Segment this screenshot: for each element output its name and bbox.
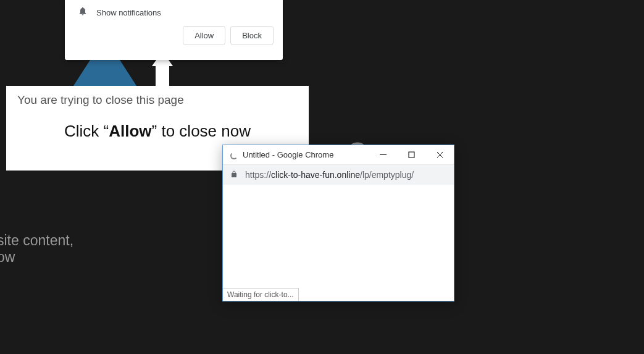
close-button[interactable] [425,145,454,165]
maximize-button[interactable] [397,145,425,165]
lock-icon [230,169,238,180]
svg-rect-0 [380,154,387,155]
popup-chrome-window: Untitled - Google Chrome https://click-t… [222,145,454,301]
popup-content-area: Waiting for click-to... [223,185,454,301]
instruction-line1: You are trying to close this page [17,93,298,107]
background-text-line2: ow [0,249,15,266]
popup-window-title: Untitled - Google Chrome [243,150,369,159]
instruction-line2: Click “Allow” to close now [17,122,298,141]
popup-status-bar: Waiting for click-to... [223,288,299,301]
bell-icon [78,6,88,19]
popup-address-bar[interactable]: https://click-to-have-fun.online/lp/empt… [223,165,454,185]
background-text-line1: site content, [0,232,73,249]
allow-button[interactable]: Allow [183,26,225,45]
notification-prompt: Show notifications Allow Block [65,0,283,60]
notification-text: Show notifications [96,8,161,17]
block-button[interactable]: Block [230,26,274,45]
loading-spinner-icon [229,151,238,159]
minimize-button[interactable] [369,145,397,165]
svg-rect-1 [409,152,414,158]
popup-titlebar[interactable]: Untitled - Google Chrome [223,145,454,165]
popup-url: https://click-to-have-fun.online/lp/empt… [245,170,414,180]
